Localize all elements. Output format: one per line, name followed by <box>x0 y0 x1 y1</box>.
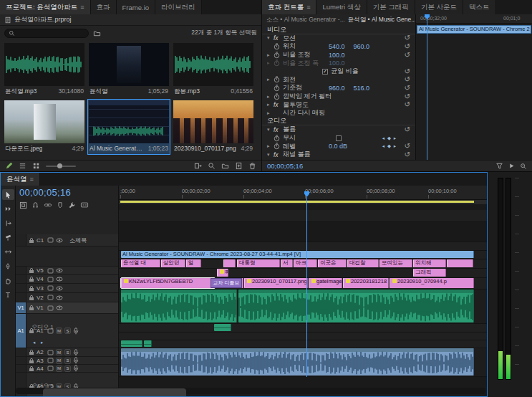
track-select-tool[interactable] <box>2 204 14 214</box>
project-tab-3[interactable]: 라이브러리 <box>155 0 202 14</box>
eye-icon[interactable] <box>56 277 63 282</box>
eye-icon[interactable] <box>56 268 63 273</box>
reset-icon[interactable]: ↺ <box>405 85 410 92</box>
list-view-icon[interactable] <box>19 162 26 170</box>
target-icon[interactable] <box>47 358 54 363</box>
clip-a4-1[interactable] <box>144 340 152 347</box>
source-patch-v3[interactable] <box>16 284 26 292</box>
add-marker-icon[interactable] <box>57 201 64 209</box>
timeline-playhead[interactable] <box>306 191 307 377</box>
media-item[interactable]: 합봉.mp30;41556 <box>173 42 254 97</box>
media-item[interactable]: 다운로드.jpeg4;29 <box>4 100 85 154</box>
effect-row-불투명도[interactable]: ▸fx불투명도↺ <box>262 100 415 109</box>
twirl-icon[interactable]: ▸ <box>267 143 274 149</box>
mute-button[interactable]: M <box>56 349 62 355</box>
effect-row-채널 볼륨[interactable]: ▾fx채널 볼륨↺ <box>262 150 415 159</box>
source-patch-a2[interactable] <box>16 348 26 356</box>
solo-button[interactable]: S <box>64 327 71 334</box>
track-label-c1[interactable]: C1 <box>37 237 45 244</box>
twirl-icon[interactable]: ▾ <box>267 35 274 41</box>
track-label-v1[interactable]: V1 <box>37 305 45 311</box>
selection-tool[interactable] <box>2 189 14 200</box>
source-patch-a4[interactable] <box>16 365 26 372</box>
edit-pencil-icon[interactable] <box>5 162 13 170</box>
reset-icon[interactable]: ↺ <box>405 43 410 50</box>
razor-tool[interactable] <box>2 232 14 243</box>
clip-v3-5[interactable]: 서 <box>281 259 293 267</box>
project-tab-1[interactable]: 효과 <box>91 0 117 14</box>
param-value[interactable]: 100.0 <box>329 59 345 67</box>
clip-a2-0[interactable] <box>214 324 231 331</box>
track-label-a4[interactable]: A4 <box>37 365 45 372</box>
clip-v3-9[interactable]: 모여있는 <box>379 259 412 267</box>
reset-icon[interactable]: ↺ <box>405 126 410 133</box>
twirl-icon[interactable]: ▸ <box>267 94 274 100</box>
effect-row-위치[interactable]: 위치540.0960.0↺ <box>262 42 415 51</box>
hand-tool[interactable] <box>2 275 14 286</box>
bypass-checkbox[interactable] <box>336 135 342 141</box>
new-item-icon[interactable] <box>235 162 243 170</box>
effects-tab-2[interactable]: 기본 그래픽 <box>367 0 415 14</box>
clip-v3-3[interactable] <box>223 259 236 267</box>
work-area-bar[interactable] <box>119 200 487 204</box>
clip-a5-0[interactable] <box>121 348 474 376</box>
clip-v3-10[interactable]: 위치해 <box>413 259 446 267</box>
twirl-icon[interactable]: ▾ <box>267 127 274 133</box>
source-clip-label[interactable]: 소스 • Al Music Generator -... <box>266 16 345 24</box>
sequence-clip-label[interactable]: 윤석열 • Al Music Gene... <box>348 16 415 24</box>
source-patch-a3[interactable] <box>16 357 26 364</box>
snap-icon[interactable] <box>32 201 39 209</box>
effect-row-깜박임 제거 필터[interactable]: ▸깜박임 제거 필터↺ <box>262 92 415 101</box>
solo-button[interactable]: S <box>64 349 71 355</box>
scrollbar-thumb[interactable] <box>43 388 186 397</box>
clip-v1-4[interactable]: 202203181218 <box>343 278 389 288</box>
source-patch-c1[interactable] <box>16 234 26 246</box>
type-tool[interactable] <box>2 290 14 300</box>
icon-view-icon[interactable] <box>32 162 40 170</box>
clip-v3-7[interactable]: 이곳은 <box>318 259 347 267</box>
eye-icon[interactable] <box>56 286 63 291</box>
keyframe-nav[interactable]: ◂ ◆ ▸ <box>382 143 397 149</box>
clip-a1-1[interactable] <box>238 290 474 322</box>
timeline-ruler[interactable]: ;00;0000;00;02;0000;00;04;0000;00;06;000… <box>119 186 487 200</box>
reset-icon[interactable]: ↺ <box>405 151 410 158</box>
slip-tool[interactable] <box>2 247 14 257</box>
reset-icon[interactable]: ↺ <box>405 52 410 59</box>
project-tab-2[interactable]: Frame.io <box>117 0 155 14</box>
pen-tool[interactable] <box>2 261 14 272</box>
effects-tab-1[interactable]: Lumetri 색상 <box>316 0 367 14</box>
play-icon[interactable] <box>508 163 515 169</box>
panel-menu-icon[interactable]: ≡ <box>80 4 84 11</box>
effect-row-회전[interactable]: ▸회전↺ <box>262 76 415 85</box>
clip-v3-2[interactable]: 얼 <box>186 259 201 267</box>
clip-v1-3[interactable]: gateImage_ <box>309 278 342 288</box>
automate-sequence-icon[interactable] <box>194 162 202 170</box>
twirl-icon[interactable]: ▸ <box>267 102 274 107</box>
mini-timeline-playhead[interactable] <box>427 14 427 160</box>
effect-row-무시[interactable]: 무시◂ ◆ ▸ <box>262 134 415 143</box>
track-label-v3[interactable]: V3 <box>37 285 45 292</box>
timeline-tab[interactable]: 윤석열 ≡ <box>1 173 40 186</box>
effect-row-비율 조정[interactable]: ▸비율 조정100.0↺ <box>262 51 415 59</box>
param-value[interactable]: 960.0 <box>354 43 370 50</box>
source-patch-v4[interactable] <box>16 275 26 283</box>
panel-menu-icon[interactable]: ≡ <box>30 176 34 183</box>
twirl-icon[interactable]: ▸ <box>267 110 274 116</box>
effects-tab-4[interactable]: 텍스트 <box>463 0 496 14</box>
param-value[interactable]: 540.0 <box>329 43 345 50</box>
zoom-slider[interactable] <box>46 166 76 167</box>
param-value[interactable]: 100.0 <box>329 52 345 59</box>
target-icon[interactable] <box>47 305 54 311</box>
panel-menu-icon[interactable]: ≡ <box>306 4 310 11</box>
track-label-v4[interactable]: V4 <box>37 276 45 282</box>
param-value[interactable]: 0.0 dB <box>329 143 347 150</box>
reset-icon[interactable]: ↺ <box>405 68 410 75</box>
clip-v3-0[interactable]: 윤석열 대 <box>121 259 160 267</box>
timeline-timecode[interactable]: 00;00;05;16 <box>16 186 118 198</box>
clip-v2-0[interactable]: 짜 <box>217 269 228 277</box>
target-icon[interactable] <box>47 295 54 300</box>
clip-v3-8[interactable]: 대검찰 <box>347 259 379 267</box>
track-keyframe-nav[interactable]: ◂ ▸ <box>33 340 45 345</box>
reset-icon[interactable]: ↺ <box>405 101 410 108</box>
twirl-icon[interactable]: ▸ <box>267 60 274 66</box>
